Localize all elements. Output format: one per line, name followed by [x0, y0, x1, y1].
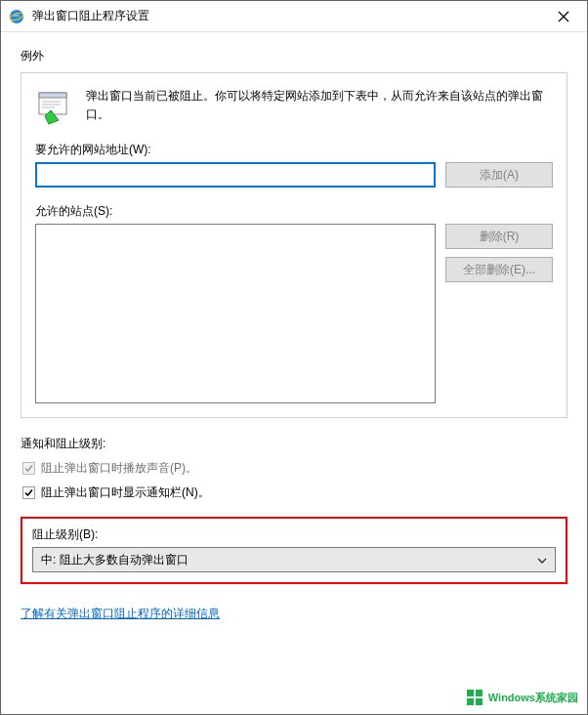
address-input[interactable]	[35, 162, 436, 188]
check-icon	[23, 463, 34, 474]
address-input-row: 添加(A)	[35, 162, 553, 188]
close-button[interactable]	[544, 3, 583, 30]
svg-rect-9	[467, 690, 474, 696]
info-row: 弹出窗口当前已被阻止。你可以将特定网站添加到下表中，从而允许来自该站点的弹出窗口…	[35, 87, 553, 126]
watermark-text: Windows系统家园	[488, 691, 578, 705]
svg-point-0	[10, 10, 23, 23]
check-icon	[23, 487, 34, 498]
ie-icon	[9, 9, 24, 24]
add-button[interactable]: 添加(A)	[445, 162, 553, 188]
block-level-combobox[interactable]: 中: 阻止大多数自动弹出窗口	[32, 547, 556, 572]
svg-rect-11	[467, 698, 474, 705]
exception-section: 弹出窗口当前已被阻止。你可以将特定网站添加到下表中，从而允许来自该站点的弹出窗口…	[21, 72, 567, 418]
remove-button[interactable]: 删除(R)	[445, 224, 553, 249]
allowed-sites-label: 允许的站点(S):	[35, 203, 553, 220]
list-buttons: 删除(R) 全部删除(E)...	[445, 224, 553, 403]
address-label: 要允许的网站地址(W):	[35, 142, 553, 158]
title-bar: 弹出窗口阻止程序设置	[1, 1, 587, 32]
svg-rect-5	[39, 93, 66, 98]
sound-checkbox	[22, 462, 35, 475]
allowed-sites-listbox[interactable]	[35, 224, 436, 403]
link-row: 了解有关弹出窗口阻止程序的详细信息	[21, 606, 567, 622]
block-level-label: 阻止级别(B):	[32, 526, 556, 543]
learn-more-link[interactable]: 了解有关弹出窗口阻止程序的详细信息	[21, 607, 220, 620]
remove-all-button[interactable]: 全部删除(E)...	[445, 257, 553, 282]
svg-rect-12	[476, 698, 483, 705]
infobar-checkbox-row[interactable]: 阻止弹出窗口时显示通知栏(N)。	[22, 484, 567, 501]
infobar-checkbox-label: 阻止弹出窗口时显示通知栏(N)。	[41, 484, 210, 501]
info-text: 弹出窗口当前已被阻止。你可以将特定网站添加到下表中，从而允许来自该站点的弹出窗口…	[86, 87, 553, 124]
block-level-selected: 中: 阻止大多数自动弹出窗口	[41, 552, 189, 568]
sound-checkbox-label: 阻止弹出窗口时播放声音(P)。	[41, 460, 197, 477]
chevron-down-icon	[537, 553, 547, 567]
block-level-highlight: 阻止级别(B): 中: 阻止大多数自动弹出窗口	[21, 517, 567, 584]
watermark: Windows系统家园	[461, 686, 582, 709]
sound-checkbox-row: 阻止弹出窗口时播放声音(P)。	[22, 460, 567, 477]
info-icon	[35, 87, 74, 126]
notifications-label: 通知和阻止级别:	[21, 436, 567, 452]
allowed-sites-row: 删除(R) 全部删除(E)...	[35, 224, 553, 403]
watermark-icon	[465, 688, 484, 707]
close-icon	[558, 11, 569, 22]
exception-group-label: 例外	[21, 48, 567, 64]
dialog-content: 例外 弹出窗口当前已被阻止。你可以将特定网站添加到下表中，从而允许来自该站点的弹…	[1, 32, 587, 714]
svg-rect-10	[476, 690, 483, 696]
infobar-checkbox[interactable]	[22, 486, 35, 499]
dialog-title: 弹出窗口阻止程序设置	[32, 8, 544, 24]
popup-blocker-settings-dialog: 弹出窗口阻止程序设置 例外	[0, 0, 588, 715]
